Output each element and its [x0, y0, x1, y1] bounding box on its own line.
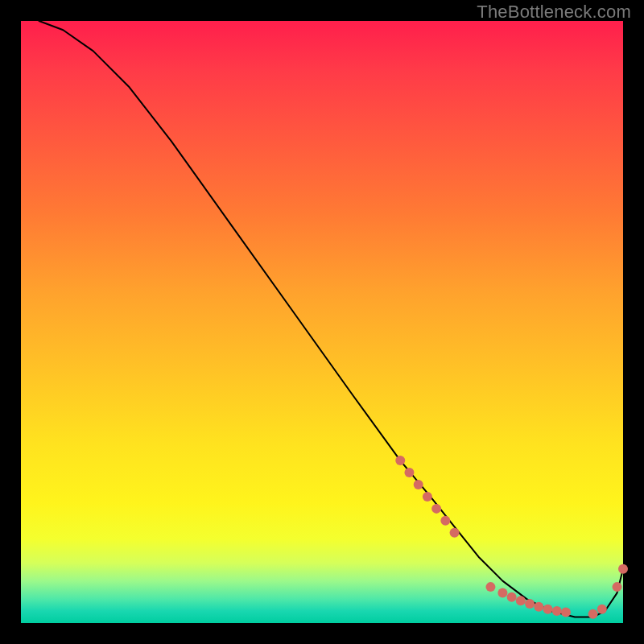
data-marker — [440, 516, 450, 526]
data-marker — [561, 608, 571, 617]
data-marker — [431, 504, 441, 514]
data-marker — [552, 606, 562, 616]
chart-frame: TheBottleneck.com — [0, 0, 644, 644]
data-marker — [404, 468, 414, 477]
data-marker — [597, 605, 607, 614]
data-marker — [423, 492, 432, 502]
data-marker — [414, 480, 423, 489]
data-marker — [525, 599, 535, 609]
data-marker — [588, 609, 598, 619]
data-marker — [497, 588, 507, 598]
data-marker — [485, 582, 495, 592]
data-marker — [534, 602, 543, 612]
data-marker — [395, 456, 405, 465]
marker-group — [395, 456, 628, 619]
data-marker — [618, 564, 628, 574]
data-marker — [450, 528, 460, 538]
data-marker — [516, 596, 526, 605]
data-marker — [543, 605, 553, 614]
plot-gradient-background — [21, 21, 623, 623]
watermark-text: TheBottleneck.com — [477, 2, 631, 23]
chart-svg — [21, 21, 623, 623]
data-marker — [507, 592, 517, 602]
data-marker — [613, 582, 622, 592]
main-curve — [39, 21, 623, 617]
